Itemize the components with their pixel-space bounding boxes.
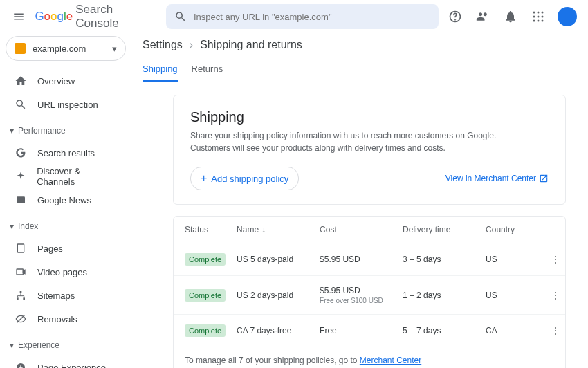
svg-rect-15 bbox=[17, 297, 19, 300]
property-selector[interactable]: example.com ▾ bbox=[6, 36, 126, 61]
sidebar-item-sitemaps[interactable]: Sitemaps bbox=[6, 284, 126, 307]
th-delivery[interactable]: Delivery time bbox=[397, 217, 480, 243]
cell-delivery: 1 – 2 days bbox=[397, 276, 480, 315]
view-merchant-center-link[interactable]: View in Merchant Center bbox=[445, 174, 549, 183]
svg-rect-13 bbox=[17, 269, 23, 275]
svg-point-2 bbox=[533, 12, 535, 14]
sidebar-item-label: URL inspection bbox=[37, 100, 98, 110]
discover-icon bbox=[14, 171, 27, 182]
avatar[interactable] bbox=[558, 7, 577, 26]
chevron-down-icon: ▾ bbox=[112, 44, 117, 54]
sidebar-section-performance[interactable]: ▾ Performance bbox=[6, 120, 126, 141]
hamburger-icon[interactable] bbox=[11, 8, 26, 25]
notifications-icon[interactable] bbox=[502, 8, 519, 25]
sidebar-item-label: Page Experience bbox=[37, 362, 106, 369]
home-icon bbox=[14, 75, 28, 87]
sidebar-item-discover[interactable]: Discover & Channels bbox=[6, 165, 126, 188]
breadcrumb-root[interactable]: Settings bbox=[143, 39, 183, 51]
video-icon bbox=[14, 266, 28, 277]
cell-country: CA bbox=[480, 315, 544, 347]
th-cost[interactable]: Cost bbox=[314, 217, 397, 243]
people-icon[interactable] bbox=[475, 8, 491, 25]
table-row[interactable]: Complete CA 7 days-free Free 5 – 7 days … bbox=[174, 315, 565, 347]
svg-rect-12 bbox=[17, 244, 24, 252]
sidebar-section-experience[interactable]: ▾ Experience bbox=[6, 335, 126, 356]
external-link-icon bbox=[539, 174, 549, 183]
sidebar-item-label: Video pages bbox=[37, 267, 87, 277]
table-row[interactable]: Complete US 5 days-paid $5.95 USD 3 – 5 … bbox=[174, 243, 565, 276]
url-inspect-input[interactable] bbox=[194, 12, 430, 22]
svg-point-10 bbox=[542, 20, 544, 22]
status-badge: Complete bbox=[185, 289, 226, 302]
row-menu-icon[interactable]: ⋮ bbox=[544, 243, 565, 276]
cell-cost: $5.95 USDFree over $100 USD bbox=[314, 276, 397, 315]
sidebar-item-overview[interactable]: Overview bbox=[6, 69, 126, 93]
row-menu-icon[interactable]: ⋮ bbox=[544, 276, 565, 315]
cell-country: US bbox=[480, 276, 544, 315]
svg-point-9 bbox=[538, 20, 540, 22]
search-icon bbox=[14, 98, 28, 111]
breadcrumb-current: Shipping and returns bbox=[200, 39, 302, 51]
svg-point-5 bbox=[533, 16, 535, 18]
search-icon bbox=[174, 10, 187, 23]
chevron-down-icon: ▾ bbox=[10, 340, 14, 350]
svg-point-4 bbox=[542, 12, 544, 14]
card-description-2: Customers will see your products along w… bbox=[190, 142, 549, 154]
sidebar-item-search-results[interactable]: Search results bbox=[6, 141, 126, 165]
sidebar-item-pages[interactable]: Pages bbox=[6, 237, 126, 260]
th-country[interactable]: Country bbox=[480, 217, 544, 243]
sidebar-item-video-pages[interactable]: Video pages bbox=[6, 260, 126, 284]
th-name[interactable]: Name↓ bbox=[231, 217, 314, 243]
chevron-right-icon: › bbox=[190, 39, 193, 51]
row-menu-icon[interactable]: ⋮ bbox=[544, 315, 565, 347]
sidebar-section-index[interactable]: ▾ Index bbox=[6, 216, 126, 237]
sidebar-item-label: Removals bbox=[37, 314, 77, 324]
svg-rect-11 bbox=[17, 196, 25, 203]
property-icon bbox=[15, 43, 26, 54]
cell-country: US bbox=[480, 243, 544, 276]
cell-name: US 5 days-paid bbox=[231, 243, 314, 276]
svg-point-1 bbox=[455, 19, 456, 20]
shipping-header-card: Shipping Share your shipping policy info… bbox=[173, 95, 566, 205]
status-badge: Complete bbox=[185, 324, 226, 337]
sitemap-icon bbox=[14, 290, 28, 301]
tab-shipping[interactable]: Shipping bbox=[143, 58, 178, 82]
svg-point-6 bbox=[538, 16, 540, 18]
chevron-down-icon: ▾ bbox=[10, 126, 14, 136]
google-logo: Google bbox=[35, 10, 73, 24]
news-icon bbox=[14, 194, 28, 205]
th-status: Status bbox=[174, 217, 231, 243]
card-description-1: Share your shipping policy information w… bbox=[190, 129, 549, 142]
sidebar-item-removals[interactable]: Removals bbox=[6, 307, 126, 331]
card-title: Shipping bbox=[190, 109, 549, 125]
chevron-down-icon: ▾ bbox=[10, 221, 14, 231]
svg-rect-16 bbox=[23, 297, 25, 300]
product-name: Search Console bbox=[75, 3, 151, 30]
cell-delivery: 5 – 7 days bbox=[397, 315, 480, 347]
table-row[interactable]: Complete US 2 days-paid $5.95 USDFree ov… bbox=[174, 276, 565, 315]
google-g-icon bbox=[14, 147, 28, 158]
merchant-center-link[interactable]: Merchant Center bbox=[360, 356, 421, 365]
removals-icon bbox=[14, 313, 28, 324]
sidebar-item-url-inspection[interactable]: URL inspection bbox=[6, 93, 126, 116]
add-shipping-policy-button[interactable]: + Add shipping policy bbox=[190, 167, 299, 190]
svg-rect-14 bbox=[20, 291, 22, 293]
cell-delivery: 3 – 5 days bbox=[397, 243, 480, 276]
cell-name: US 2 days-paid bbox=[231, 276, 314, 315]
sidebar-item-google-news[interactable]: Google News bbox=[6, 188, 126, 212]
shipping-policies-table-card: Status Name↓ Cost Delivery time Country … bbox=[173, 216, 566, 368]
help-icon[interactable] bbox=[447, 8, 463, 25]
tab-returns[interactable]: Returns bbox=[192, 58, 223, 82]
apps-icon[interactable] bbox=[530, 8, 546, 25]
url-inspect-bar[interactable] bbox=[166, 4, 439, 29]
breadcrumb: Settings › Shipping and returns bbox=[143, 39, 566, 51]
cell-cost: Free bbox=[314, 315, 397, 347]
svg-point-8 bbox=[533, 20, 535, 22]
sidebar-item-page-experience[interactable]: Page Experience bbox=[6, 356, 126, 368]
logo: Google Search Console bbox=[35, 3, 151, 30]
svg-point-7 bbox=[542, 16, 544, 18]
sidebar-item-label: Pages bbox=[37, 243, 63, 254]
property-name: example.com bbox=[33, 44, 86, 54]
plus-icon: + bbox=[201, 172, 207, 185]
cell-cost: $5.95 USD bbox=[314, 243, 397, 276]
